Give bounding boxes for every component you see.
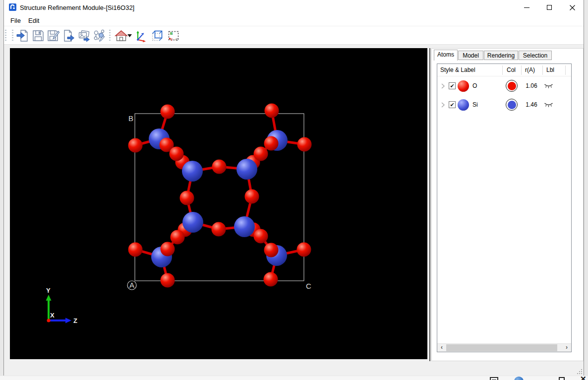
cell-range-selection-button[interactable]: B 0 C xyxy=(166,29,180,43)
app-logo-icon xyxy=(9,3,16,11)
expand-chevron-icon[interactable] xyxy=(441,102,445,108)
tab-rendering[interactable]: Rendering xyxy=(484,51,518,60)
structure-viewport[interactable]: BACYZX xyxy=(10,48,427,359)
svg-text:A: A xyxy=(129,281,134,289)
screen: ✕ Structure Refinement Module-[Si16O32] xyxy=(0,0,588,380)
panel-splitter[interactable] xyxy=(429,48,430,361)
structure-scene: BACYZX xyxy=(10,48,427,359)
svg-text:C: C xyxy=(306,282,311,290)
svg-text:B: B xyxy=(128,114,133,123)
radius-value[interactable]: 1.46 xyxy=(522,101,541,108)
atom-sphere xyxy=(458,80,469,92)
window-resize-grip[interactable] xyxy=(575,367,582,374)
header-radius[interactable]: r(A) xyxy=(525,66,535,73)
background-maximize-icon xyxy=(559,377,565,380)
label-hidden-eye-icon[interactable] xyxy=(544,83,553,89)
chevron-down-icon xyxy=(127,34,132,37)
unit-cell-box-button[interactable] xyxy=(150,29,164,43)
header-lbl[interactable]: Lbl xyxy=(546,66,554,73)
color-swatch[interactable] xyxy=(506,80,518,92)
svg-text:C: C xyxy=(176,37,178,42)
background-help-icon xyxy=(514,377,524,380)
app-window: Structure Refinement Module-[Si16O32] Fi… xyxy=(3,0,584,376)
toolbar-grip[interactable] xyxy=(5,30,6,42)
menu-file[interactable]: File xyxy=(8,16,23,25)
tab-model[interactable]: Model xyxy=(458,51,483,60)
window-title: Structure Refinement Module-[Si16O32] xyxy=(20,4,134,11)
export-image-button[interactable] xyxy=(77,29,91,43)
element-label: Si xyxy=(472,101,478,108)
table-header: Style & Label Col r(A) Lbl xyxy=(437,64,571,76)
atoms-table: Style & Label Col r(A) Lbl O xyxy=(437,63,572,352)
molecule-icon xyxy=(93,29,106,42)
scroll-left-button[interactable]: ‹ xyxy=(437,344,446,352)
horizontal-scrollbar[interactable]: ‹ › xyxy=(437,343,571,352)
cell-range-selection-icon: B 0 C xyxy=(167,29,180,42)
table-row-Si: Si 1.46 xyxy=(437,95,571,114)
toolbar-grip-2[interactable] xyxy=(12,30,13,42)
svg-text:Z: Z xyxy=(73,317,77,324)
color-swatch[interactable] xyxy=(506,99,518,111)
tab-selection[interactable]: Selection xyxy=(519,51,552,60)
close-icon xyxy=(570,5,575,10)
save-as-icon xyxy=(47,29,60,42)
minimize-icon xyxy=(524,7,529,8)
color-swatch-inner xyxy=(508,82,516,90)
axes-orientation-button[interactable] xyxy=(134,29,148,43)
minimize-button[interactable] xyxy=(515,0,538,15)
save-as-button[interactable] xyxy=(47,29,60,43)
toolbar: B 0 C xyxy=(4,26,584,45)
import-file-icon xyxy=(16,29,29,42)
label-hidden-eye-icon[interactable] xyxy=(544,102,553,108)
element-label: O xyxy=(472,82,477,89)
save-icon xyxy=(32,29,45,42)
tab-atoms[interactable]: Atoms xyxy=(434,50,458,61)
background-window-strip: ✕ xyxy=(0,376,588,380)
svg-text:B: B xyxy=(170,31,173,36)
client-area: BACYZX Atoms Model Rendering Selection S… xyxy=(4,45,584,376)
color-swatch-inner xyxy=(508,101,516,109)
menu-edit[interactable]: Edit xyxy=(26,16,41,25)
home-dropdown-button[interactable] xyxy=(126,29,133,43)
export-file-button[interactable] xyxy=(62,29,76,43)
save-button[interactable] xyxy=(31,29,45,43)
export-image-icon xyxy=(78,29,91,42)
background-terminal-icon xyxy=(490,377,498,380)
scroll-right-button[interactable]: › xyxy=(562,344,571,352)
visibility-checkbox[interactable] xyxy=(449,101,456,108)
visibility-checkbox[interactable] xyxy=(449,82,456,89)
menubar: File Edit xyxy=(4,15,584,26)
titlebar: Structure Refinement Module-[Si16O32] xyxy=(4,0,584,15)
axes-orientation-icon xyxy=(134,29,147,42)
maximize-button[interactable] xyxy=(538,0,561,15)
export-file-icon xyxy=(62,29,75,42)
close-button[interactable] xyxy=(561,0,584,15)
svg-text:Y: Y xyxy=(46,287,51,294)
table-row-O: O 1.06 xyxy=(437,76,571,95)
import-file-button[interactable] xyxy=(16,29,30,43)
svg-text:X: X xyxy=(50,312,55,319)
unit-cell-box-icon xyxy=(151,29,164,42)
maximize-icon xyxy=(547,5,552,10)
svg-text:0: 0 xyxy=(171,38,173,41)
molecule-button[interactable] xyxy=(92,29,106,43)
atom-sphere xyxy=(458,99,469,111)
scrollbar-thumb[interactable] xyxy=(446,344,557,351)
right-panel: Atoms Model Rendering Selection Style & … xyxy=(431,48,584,361)
toolbar-grip-3[interactable] xyxy=(109,30,111,42)
radius-value[interactable]: 1.06 xyxy=(522,82,541,89)
header-style-label[interactable]: Style & Label xyxy=(440,66,475,73)
expand-chevron-icon[interactable] xyxy=(441,83,445,89)
header-col[interactable]: Col xyxy=(507,66,516,73)
